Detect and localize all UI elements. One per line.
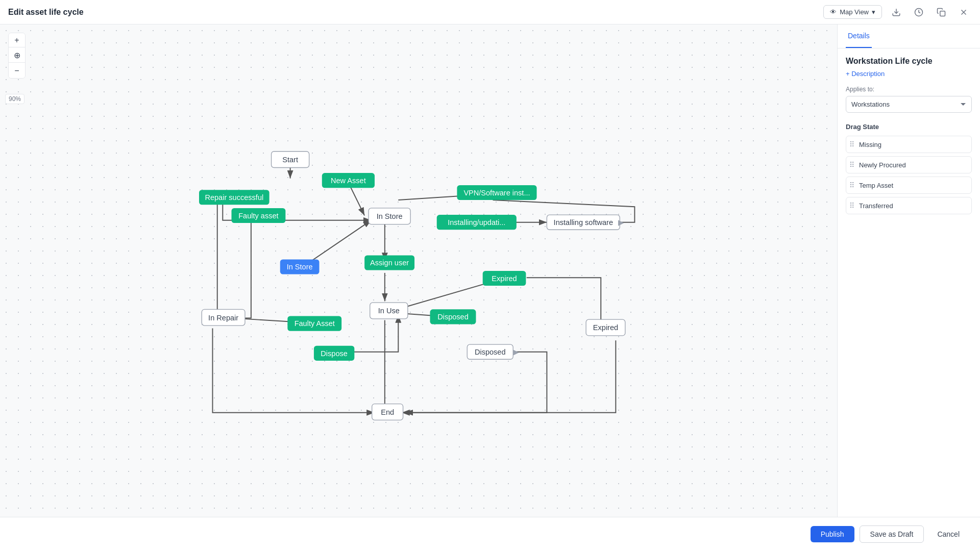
- assign-user-node[interactable]: Assign user: [370, 259, 409, 267]
- drag-state-newly-procured-label: Newly Procured: [859, 161, 906, 169]
- svg-text:▶: ▶: [513, 348, 519, 356]
- end-node: End: [381, 408, 394, 416]
- applies-to-label: Applies to:: [846, 86, 972, 93]
- header-actions: 👁 Map View ▾: [823, 4, 972, 20]
- map-view-button[interactable]: 👁 Map View ▾: [823, 5, 882, 19]
- cancel-button[interactable]: Cancel: [929, 526, 968, 542]
- disposed-box-node[interactable]: Disposed: [475, 348, 506, 356]
- in-store-btn-node[interactable]: In Store: [287, 263, 313, 271]
- eye-icon: 👁: [830, 8, 837, 16]
- panel-tabs: Details: [838, 24, 980, 48]
- save-draft-button[interactable]: Save as Draft: [860, 525, 924, 543]
- page-title: Edit asset life cycle: [8, 8, 84, 17]
- drag-handle-icon: ⠿: [849, 202, 855, 210]
- main-layout: + ⊕ − 90%: [0, 24, 980, 551]
- flowchart-canvas[interactable]: + ⊕ − 90%: [0, 24, 837, 551]
- chevron-down-icon: ▾: [872, 8, 875, 16]
- installing-upd-node[interactable]: Installing/updati...: [448, 218, 505, 227]
- vpn-software-node[interactable]: VPN/Software inst...: [463, 189, 530, 197]
- svg-text:▶: ▶: [618, 218, 624, 227]
- tab-details[interactable]: Details: [846, 24, 872, 48]
- drag-state-missing[interactable]: ⠿ Missing: [846, 136, 972, 153]
- flowchart-svg: Start New Asset VPN/Software inst... Ins…: [0, 24, 837, 551]
- in-use-node[interactable]: In Use: [378, 307, 400, 315]
- drag-state-title: Drag State: [846, 123, 972, 131]
- download-icon-button[interactable]: [888, 4, 904, 20]
- in-repair-node[interactable]: In Repair: [208, 314, 238, 322]
- drag-state-newly-procured[interactable]: ⠿ Newly Procured: [846, 156, 972, 173]
- faulty-asset-label-node[interactable]: Faulty asset: [238, 212, 278, 220]
- in-store-node[interactable]: In Store: [377, 212, 403, 220]
- drag-state-transferred[interactable]: ⠿ Transferred: [846, 197, 972, 214]
- installing-software-node[interactable]: Installing software: [554, 218, 613, 227]
- panel-content: Workstation Life cycle + Description App…: [838, 48, 980, 551]
- close-icon-button[interactable]: [955, 4, 972, 20]
- drag-state-transferred-label: Transferred: [859, 202, 893, 210]
- drag-state-temp-asset-label: Temp Asset: [859, 182, 893, 189]
- history-icon-button[interactable]: [911, 4, 927, 20]
- drag-handle-icon: ⠿: [849, 181, 855, 189]
- start-node: Start: [282, 156, 298, 164]
- footer: Publish Save as Draft Cancel: [0, 517, 980, 551]
- copy-icon-button[interactable]: [933, 4, 949, 20]
- dispose-btn-node[interactable]: Dispose: [321, 349, 348, 358]
- drag-state-section: Drag State ⠿ Missing ⠿ Newly Procured ⠿ …: [846, 123, 972, 214]
- applies-to-select[interactable]: Workstations: [846, 96, 972, 113]
- add-description-link[interactable]: + Description: [846, 70, 972, 78]
- map-view-label: Map View: [840, 8, 869, 16]
- drag-state-temp-asset[interactable]: ⠿ Temp Asset: [846, 177, 972, 194]
- right-panel: Details Workstation Life cycle + Descrip…: [837, 24, 980, 551]
- drag-state-missing-label: Missing: [859, 141, 881, 148]
- lifecycle-title: Workstation Life cycle: [846, 57, 972, 66]
- expired-label-node[interactable]: Expired: [492, 274, 517, 283]
- drag-handle-icon: ⠿: [849, 140, 855, 148]
- new-asset-node[interactable]: New Asset: [331, 177, 366, 185]
- drag-handle-icon: ⠿: [849, 161, 855, 169]
- svg-rect-2: [940, 11, 945, 16]
- disposed-btn-node[interactable]: Disposed: [437, 313, 469, 321]
- faulty-asset-btn-node[interactable]: Faulty Asset: [295, 319, 335, 328]
- expired-box-node[interactable]: Expired: [593, 323, 618, 332]
- repair-successful-node[interactable]: Repair successful: [205, 193, 263, 202]
- header: Edit asset life cycle 👁 Map View ▾: [0, 0, 980, 24]
- publish-button[interactable]: Publish: [811, 526, 854, 542]
